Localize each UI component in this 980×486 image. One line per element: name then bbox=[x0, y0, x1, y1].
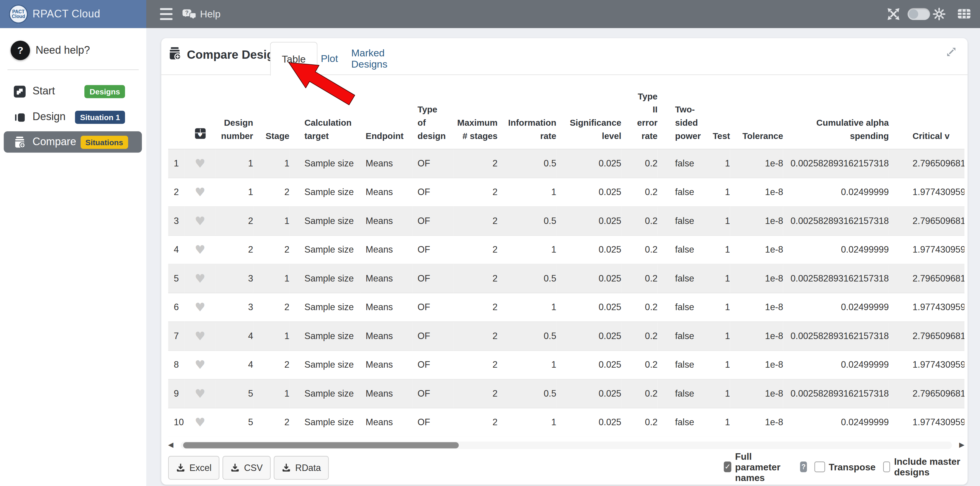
favorite-heart-icon[interactable]: ♥ bbox=[195, 214, 205, 228]
table-cell: 0.025 bbox=[556, 235, 621, 264]
favorite-heart-icon[interactable]: ♥ bbox=[195, 300, 205, 314]
table-cell: 4 bbox=[216, 321, 253, 350]
table-cell: 0.025 bbox=[556, 408, 621, 437]
favorite-heart-icon[interactable]: ♥ bbox=[195, 185, 205, 199]
checkbox-unchecked[interactable] bbox=[814, 461, 825, 472]
table-cell: OF bbox=[413, 350, 454, 379]
favorite-heart-icon[interactable]: ♥ bbox=[195, 156, 205, 170]
settings-sun-icon[interactable] bbox=[932, 7, 946, 23]
table-cell: Sample size bbox=[289, 149, 361, 177]
sidebar-divider bbox=[7, 69, 138, 70]
scrollbar-track[interactable] bbox=[181, 441, 952, 449]
status-badge-designs: Designs bbox=[84, 85, 125, 98]
table-cell: 2 bbox=[253, 293, 289, 321]
table-cell: Sample size bbox=[289, 379, 361, 408]
table-cell: Sample size bbox=[289, 408, 361, 437]
table-cell: 1e-8 bbox=[730, 350, 783, 379]
favorite-cell: ♥ bbox=[185, 178, 216, 206]
favorite-cell: ♥ bbox=[185, 149, 216, 177]
table-cell: 2 bbox=[253, 235, 289, 264]
table-header-cell: Design number bbox=[216, 88, 253, 149]
table-cell: 2.79650968146 bbox=[889, 379, 964, 408]
favorite-heart-icon[interactable]: ♥ bbox=[195, 329, 205, 343]
help-question-badge[interactable]: ? bbox=[800, 461, 807, 472]
table-cell: Means bbox=[361, 178, 413, 206]
table-cell: 1.97743095941 bbox=[889, 350, 964, 379]
tab-marked-designs[interactable]: Marked Designs bbox=[351, 42, 421, 75]
table-cell: 1 bbox=[706, 350, 730, 379]
table-cell: 2.79650968146 bbox=[889, 321, 964, 350]
favorite-heart-icon[interactable]: ♥ bbox=[195, 242, 205, 256]
favorite-cell: ♥ bbox=[185, 293, 216, 321]
scroll-right-arrow[interactable]: ▶ bbox=[956, 440, 965, 450]
marked-box-heart-icon: ♥ bbox=[195, 128, 205, 139]
download-icon bbox=[282, 463, 291, 472]
table-cell: Sample size bbox=[289, 206, 361, 235]
tab-table[interactable]: Table bbox=[270, 42, 318, 75]
expand-panel-icon[interactable] bbox=[945, 46, 958, 58]
table-cell: 0.025 bbox=[556, 264, 621, 292]
table-cell: OF bbox=[413, 379, 454, 408]
table-cell: 1 bbox=[498, 178, 556, 206]
sidebar-item-label: Design bbox=[32, 106, 65, 127]
transpose-checkbox[interactable]: Transpose bbox=[814, 461, 876, 472]
brand-logo: PACT Cloud bbox=[9, 5, 28, 24]
table-cell: false bbox=[658, 408, 706, 437]
checkbox-checked[interactable]: ✓ bbox=[724, 461, 732, 472]
table-cell: 1.97743095941 bbox=[889, 235, 964, 264]
table-cell: 1 bbox=[498, 235, 556, 264]
need-help-link[interactable]: ? Need help? bbox=[0, 40, 146, 68]
table-cell: 2 bbox=[454, 149, 498, 177]
csv-download-button[interactable]: CSV bbox=[223, 456, 271, 480]
table-cell: 3 bbox=[168, 206, 185, 235]
status-badge-situation1: Situation 1 bbox=[75, 111, 125, 124]
excel-download-button[interactable]: Excel bbox=[168, 456, 220, 480]
favorite-heart-icon[interactable]: ♥ bbox=[195, 357, 205, 371]
full-parameter-names-checkbox[interactable]: ✓ Full parameter names ? bbox=[724, 451, 807, 483]
table-cell: 0.2 bbox=[621, 264, 658, 292]
checkbox-unchecked[interactable] bbox=[883, 461, 890, 472]
table-cell: 1 bbox=[168, 149, 185, 177]
sidebar-item-compare[interactable]: Compare Situations bbox=[4, 131, 142, 153]
table-header-cell: Test bbox=[706, 88, 730, 149]
favorite-heart-icon[interactable]: ♥ bbox=[195, 271, 205, 285]
sidebar-item-label: Start bbox=[32, 81, 55, 102]
table-row: 10♥52Sample sizeMeansOF210.0250.2false11… bbox=[168, 408, 964, 437]
sidebar-item-design[interactable]: Design Situation 1 bbox=[4, 106, 142, 127]
table-header-cell: Maximum # stages bbox=[454, 88, 498, 149]
table-cell: false bbox=[658, 379, 706, 408]
fullscreen-arrows-icon[interactable] bbox=[887, 7, 900, 23]
table-cell: 1 bbox=[253, 321, 289, 350]
table-row: 1♥11Sample sizeMeansOF20.50.0250.2false1… bbox=[168, 149, 964, 177]
table-row: 7♥41Sample sizeMeansOF20.50.0250.2false1… bbox=[168, 321, 964, 350]
help-menu[interactable]: ? Help bbox=[183, 0, 221, 28]
scroll-left-arrow[interactable]: ◀ bbox=[168, 440, 177, 450]
table-cell: 2 bbox=[454, 408, 498, 437]
need-help-label: Need help? bbox=[36, 40, 90, 62]
table-header-cell bbox=[168, 88, 185, 149]
table-cell: 2 bbox=[454, 321, 498, 350]
include-master-designs-checkbox[interactable]: Include master designs bbox=[883, 456, 961, 477]
scrollbar-thumb[interactable] bbox=[183, 442, 459, 448]
favorite-cell: ♥ bbox=[185, 350, 216, 379]
favorite-heart-icon[interactable]: ♥ bbox=[195, 415, 205, 429]
table-cell: 0.2 bbox=[621, 321, 658, 350]
table-cell: 2 bbox=[454, 379, 498, 408]
table-cell: OF bbox=[413, 321, 454, 350]
sidebar-item-label: Compare bbox=[32, 131, 76, 153]
table-cell: 0.025 bbox=[556, 293, 621, 321]
favorite-cell: ♥ bbox=[185, 206, 216, 235]
table-cell: Means bbox=[361, 379, 413, 408]
sidebar-item-start[interactable]: Start Designs bbox=[4, 81, 142, 102]
table-cell: 1e-8 bbox=[730, 264, 783, 292]
table-cell: 1 bbox=[706, 293, 730, 321]
theme-toggle[interactable] bbox=[907, 8, 930, 20]
grid-table-icon[interactable] bbox=[958, 9, 971, 21]
table-cell: 0.2 bbox=[621, 379, 658, 408]
table-header-cell: ♥ bbox=[185, 88, 216, 149]
favorite-heart-icon[interactable]: ♥ bbox=[195, 386, 205, 400]
rdata-download-button[interactable]: RData bbox=[274, 456, 329, 480]
sidebar-toggle-icon[interactable] bbox=[160, 8, 172, 20]
table-cell: Sample size bbox=[289, 293, 361, 321]
compare-designs-panel: Compare Designs Table Plot Marked Design… bbox=[161, 38, 967, 484]
